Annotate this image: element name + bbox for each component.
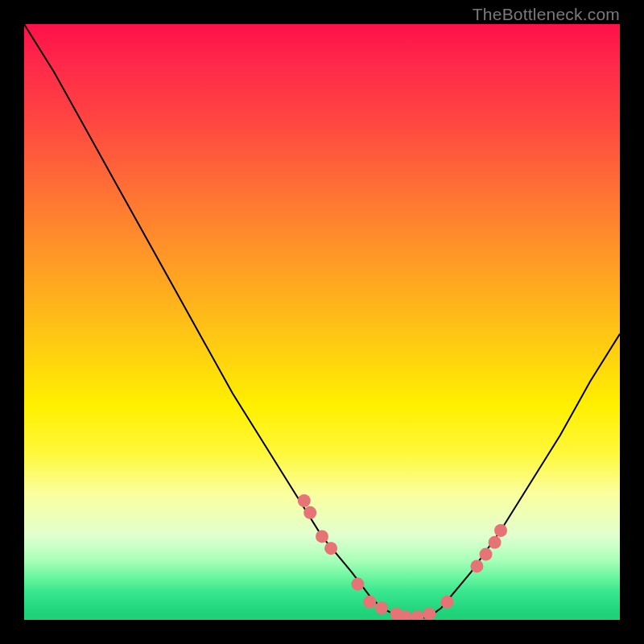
plot-background-gradient — [24, 24, 620, 620]
chart-container: TheBottleneck.com — [0, 0, 644, 644]
watermark-text: TheBottleneck.com — [473, 5, 620, 24]
